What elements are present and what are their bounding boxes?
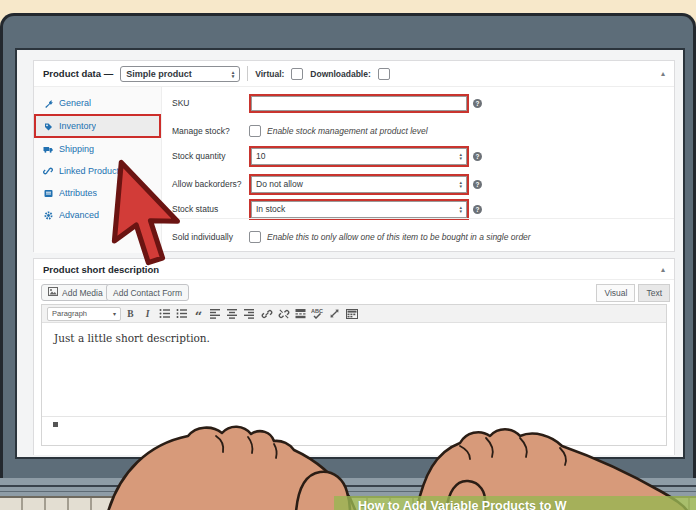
collapse-panel-icon[interactable]: ▴ xyxy=(661,265,665,274)
description-text: Just a little short description. xyxy=(54,332,210,344)
tab-label: Attributes xyxy=(59,188,97,198)
screen: Product data — Simple product ▴▾ Virtual… xyxy=(15,48,685,459)
downloadable-checkbox[interactable] xyxy=(378,68,390,80)
align-center-icon[interactable] xyxy=(225,307,240,321)
editor-content[interactable]: Just a little short description. xyxy=(42,323,666,417)
toolbar-toggle-icon[interactable] xyxy=(344,307,359,321)
align-right-icon[interactable] xyxy=(242,307,257,321)
manage-stock-hint: Enable stock management at product level xyxy=(267,126,428,136)
product-type-value: Simple product xyxy=(126,69,192,79)
stock-quantity-input[interactable]: 10 ▴▾ xyxy=(251,148,467,165)
visual-tab[interactable]: Visual xyxy=(596,284,635,302)
select-stepper-icon: ▴▾ xyxy=(459,205,462,213)
tab-label: Inventory xyxy=(59,121,96,131)
manage-stock-checkbox[interactable] xyxy=(249,125,261,137)
truck-icon xyxy=(43,144,53,154)
hinge-line-2 xyxy=(0,491,696,492)
link-icon[interactable] xyxy=(259,307,274,321)
bulleted-list-icon[interactable] xyxy=(157,307,172,321)
chevron-down-icon: ▾ xyxy=(113,310,116,317)
virtual-label: Virtual: xyxy=(255,69,284,79)
editor-toolbar: Paragraph ▾ B I “ xyxy=(42,305,666,323)
stock-quantity-highlight-box: 10 ▴▾ xyxy=(249,146,469,167)
caption-text: How to Add Variable Products to W xyxy=(358,499,696,510)
gear-icon xyxy=(43,210,53,220)
tab-label: General xyxy=(59,98,91,108)
sold-individually-hint: Enable this to only allow one of this it… xyxy=(267,232,531,242)
wysiwyg-editor: Paragraph ▾ B I “ xyxy=(41,304,667,446)
stock-status-highlight-box: In stock ▴▾ xyxy=(249,199,469,220)
italic-button[interactable]: I xyxy=(140,307,155,321)
wrench-icon xyxy=(43,98,53,108)
divider xyxy=(162,218,674,219)
panel-title: Product data — xyxy=(43,68,113,79)
red-arrow-cursor xyxy=(108,158,197,277)
text-tab[interactable]: Text xyxy=(638,284,670,302)
help-icon[interactable]: ? xyxy=(473,180,482,189)
editor-status-bar xyxy=(42,417,666,443)
tab-label: Linked Products xyxy=(59,166,124,176)
short-description-panel: Product short description ▴ Add Media Ad… xyxy=(33,258,675,455)
tab-general[interactable]: General xyxy=(34,92,161,114)
help-icon[interactable]: ? xyxy=(473,205,482,214)
collapse-panel-icon[interactable]: ▴ xyxy=(661,69,665,78)
proofread-icon[interactable]: ABC xyxy=(310,307,325,321)
tab-label: Advanced xyxy=(59,210,99,220)
manage-stock-label: Manage stock? xyxy=(172,126,249,136)
backorders-highlight-box: Do not allow ▴▾ xyxy=(249,174,469,195)
caption-banner: How to Add Variable Products to W xyxy=(334,496,696,510)
tab-shipping[interactable]: Shipping xyxy=(34,138,161,160)
stepper-icon[interactable]: ▴▾ xyxy=(459,152,462,160)
paragraph-select[interactable]: Paragraph ▾ xyxy=(47,307,121,321)
bold-button[interactable]: B xyxy=(123,307,138,321)
select-stepper-icon: ▴▾ xyxy=(232,70,235,78)
tab-label: Shipping xyxy=(59,144,94,154)
editor-tools-row: Add Media Add Contact Form Visual Text xyxy=(34,283,674,303)
align-left-icon[interactable] xyxy=(208,307,223,321)
element-path-indicator xyxy=(53,422,58,427)
svg-text:ABC: ABC xyxy=(311,308,323,314)
sku-highlight-box xyxy=(249,94,469,113)
read-more-icon[interactable] xyxy=(293,307,308,321)
numbered-list-icon[interactable] xyxy=(174,307,189,321)
fullscreen-icon[interactable] xyxy=(327,307,342,321)
help-icon[interactable]: ? xyxy=(473,152,482,161)
select-stepper-icon: ▴▾ xyxy=(459,180,462,188)
help-icon[interactable]: ? xyxy=(473,99,482,108)
stock-quantity-label: Stock quantity xyxy=(172,151,249,161)
downloadable-label: Downloadable: xyxy=(310,69,370,79)
hinge-line xyxy=(0,485,696,487)
sold-individually-checkbox[interactable] xyxy=(249,231,261,243)
list-box-icon xyxy=(43,188,53,198)
unlink-icon[interactable] xyxy=(276,307,291,321)
divider xyxy=(247,66,248,81)
backorders-select[interactable]: Do not allow ▴▾ xyxy=(251,176,467,193)
product-data-header: Product data — Simple product ▴▾ Virtual… xyxy=(34,61,674,87)
inventory-tag-icon xyxy=(43,121,53,131)
tab-inventory[interactable]: Inventory xyxy=(34,114,161,138)
virtual-checkbox[interactable] xyxy=(291,68,303,80)
stock-status-select[interactable]: In stock ▴▾ xyxy=(251,201,467,218)
link-icon xyxy=(43,166,53,176)
sku-label: SKU xyxy=(172,98,249,108)
add-contact-form-button[interactable]: Add Contact Form xyxy=(106,284,189,301)
add-media-icon xyxy=(48,287,58,298)
add-media-button[interactable]: Add Media xyxy=(41,284,110,301)
blockquote-icon[interactable]: “ xyxy=(191,304,206,324)
sku-input[interactable] xyxy=(251,96,467,111)
inventory-fields: SKU ? Manage stock? Enable stock managem… xyxy=(162,87,674,253)
product-type-select[interactable]: Simple product ▴▾ xyxy=(120,66,240,82)
